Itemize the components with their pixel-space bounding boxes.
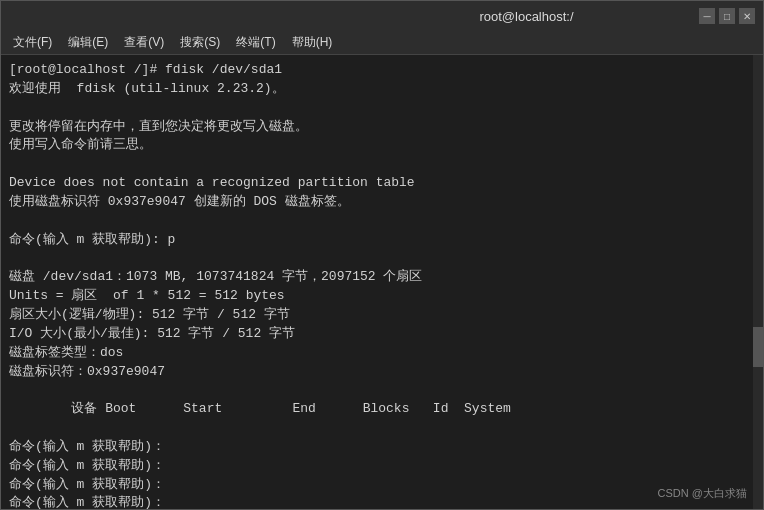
menu-edit[interactable]: 编辑(E)	[60, 32, 116, 53]
menu-help[interactable]: 帮助(H)	[284, 32, 341, 53]
terminal-body[interactable]: [root@localhost /]# fdisk /dev/sda1 欢迎使用…	[1, 55, 763, 509]
menu-file[interactable]: 文件(F)	[5, 32, 60, 53]
watermark: CSDN @大白求猫	[658, 486, 747, 501]
terminal-output: [root@localhost /]# fdisk /dev/sda1 欢迎使用…	[9, 61, 755, 509]
menu-view[interactable]: 查看(V)	[116, 32, 172, 53]
terminal-window: root@localhost:/ ─ □ ✕ 文件(F) 编辑(E) 查看(V)…	[0, 0, 764, 510]
close-button[interactable]: ✕	[739, 8, 755, 24]
maximize-button[interactable]: □	[719, 8, 735, 24]
menu-terminal[interactable]: 终端(T)	[228, 32, 283, 53]
minimize-button[interactable]: ─	[699, 8, 715, 24]
window-title: root@localhost:/	[354, 9, 699, 24]
scrollbar[interactable]	[753, 55, 763, 509]
scrollbar-thumb[interactable]	[753, 327, 763, 367]
menu-bar: 文件(F) 编辑(E) 查看(V) 搜索(S) 终端(T) 帮助(H)	[1, 31, 763, 55]
menu-search[interactable]: 搜索(S)	[172, 32, 228, 53]
window-controls: ─ □ ✕	[699, 8, 755, 24]
title-bar: root@localhost:/ ─ □ ✕	[1, 1, 763, 31]
